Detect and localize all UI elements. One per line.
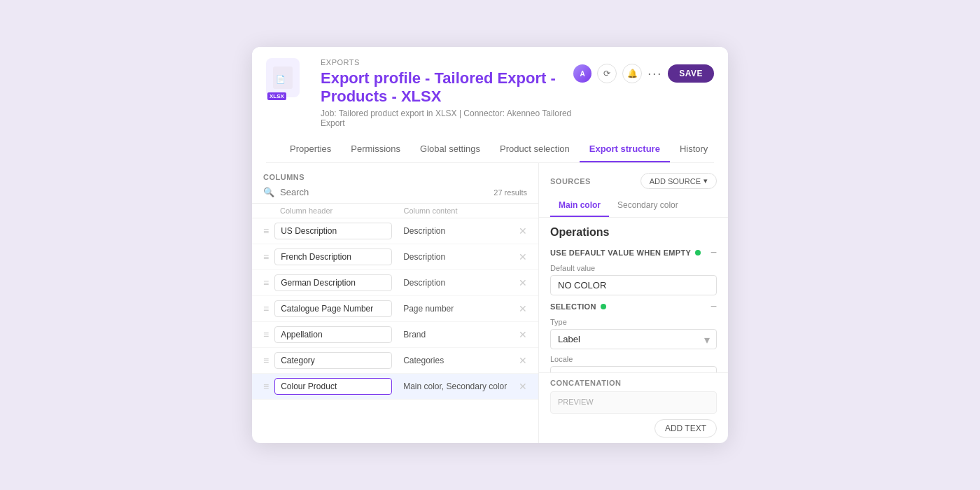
sources-header: SOURCES ADD SOURCE ▾	[539, 163, 728, 195]
col-content: Brand	[398, 330, 513, 340]
more-button[interactable]: ···	[648, 66, 662, 81]
tab-global-settings[interactable]: Global settings	[410, 136, 490, 162]
locale-select-wrapper[interactable]: 🇺🇸 English (United States) ▾	[550, 366, 717, 372]
header-title-section: EXPORTS Export profile - Tailored Export…	[321, 58, 573, 128]
avatar: A	[573, 64, 592, 83]
delete-row-icon[interactable]: ✕	[519, 251, 527, 262]
col-name-input[interactable]	[274, 326, 392, 343]
add-text-button[interactable]: ADD TEXT	[654, 419, 717, 438]
exports-label: EXPORTS	[321, 58, 573, 66]
col-name-input[interactable]	[274, 378, 392, 395]
results-count: 27 results	[493, 188, 527, 197]
col-content: Description	[398, 226, 513, 236]
col-headers: Column header Column content	[252, 203, 538, 218]
drag-handle-icon[interactable]: ≡	[263, 225, 269, 237]
xlsx-badge: XLSX	[267, 92, 286, 100]
table-row: ≡ Page number ✕	[252, 296, 538, 322]
search-input[interactable]	[280, 187, 488, 197]
tab-properties[interactable]: Properties	[280, 136, 341, 162]
drag-handle-icon[interactable]: ≡	[263, 303, 269, 314]
right-panel: SOURCES ADD SOURCE ▾ Main color Secondar…	[539, 163, 728, 443]
active-dot-icon	[695, 250, 701, 255]
tab-history[interactable]: History	[670, 136, 718, 162]
col-name-input[interactable]	[274, 352, 392, 369]
delete-row-icon[interactable]: ✕	[519, 303, 527, 314]
source-tab-secondary-color[interactable]: Secondary color	[609, 195, 687, 217]
save-button[interactable]: SAVE	[668, 64, 714, 83]
locale-label: Locale	[550, 355, 717, 363]
type-select-wrapper: Label Code ▾	[550, 329, 717, 349]
svg-text:📄: 📄	[276, 74, 286, 84]
drag-handle-icon[interactable]: ≡	[263, 251, 269, 262]
use-default-label: USE DEFAULT VALUE WHEN EMPTY	[550, 248, 701, 257]
search-icon: 🔍	[263, 187, 274, 197]
delete-row-icon[interactable]: ✕	[519, 329, 527, 340]
drag-handle-icon[interactable]: ≡	[263, 355, 269, 366]
concatenation-label: CONCATENATION	[550, 373, 717, 391]
tab-export-structure[interactable]: Export structure	[580, 136, 670, 162]
rows-list: ≡ Description ✕ ≡ Description ✕ ≡ Descri…	[252, 218, 538, 443]
col-header-content: Column content	[404, 206, 528, 215]
subtitle: Job: Tailored product export in XLSX | C…	[321, 108, 573, 128]
col-name-input[interactable]	[274, 223, 392, 239]
add-source-button[interactable]: ADD SOURCE ▾	[640, 173, 717, 189]
tabs-nav: Properties Permissions Global settings P…	[266, 136, 714, 163]
columns-header: COLUMNS	[252, 163, 538, 187]
table-row: ≡ Description ✕	[252, 218, 538, 244]
delete-row-icon[interactable]: ✕	[519, 381, 527, 392]
drag-handle-icon[interactable]: ≡	[263, 381, 269, 392]
col-content: Description	[398, 252, 513, 262]
table-row: ≡ Categories ✕	[252, 348, 538, 374]
collapse-selection-button[interactable]: −	[710, 301, 717, 312]
header: 📄 XLSX EXPORTS Export profile - Tailored…	[252, 47, 728, 163]
drag-handle-icon[interactable]: ≡	[263, 277, 269, 288]
type-label: Type	[550, 318, 717, 326]
default-value-input[interactable]	[550, 275, 717, 295]
default-value-label: Default value	[550, 264, 717, 272]
table-row: ≡ Main color, Secondary color ✕	[252, 374, 538, 400]
page-title: Export profile - Tailored Export - Produ…	[321, 69, 573, 106]
sources-label: SOURCES	[550, 177, 591, 186]
xlsx-icon: 📄 XLSX	[266, 58, 311, 103]
preview-label: PREVIEW	[558, 398, 594, 406]
tab-permissions[interactable]: Permissions	[341, 136, 410, 162]
drag-handle-icon[interactable]: ≡	[263, 329, 269, 340]
table-row: ≡ Description ✕	[252, 270, 538, 296]
app-container: 📄 XLSX EXPORTS Export profile - Tailored…	[252, 47, 728, 443]
type-select[interactable]: Label Code	[550, 329, 717, 349]
source-tabs: Main color Secondary color	[539, 195, 728, 218]
col-content: Description	[398, 278, 513, 288]
tab-product-selection[interactable]: Product selection	[490, 136, 580, 162]
collapse-default-button[interactable]: −	[710, 247, 717, 258]
share-icon-btn[interactable]: ⟳	[597, 64, 617, 83]
search-bar: 🔍 27 results	[252, 187, 538, 203]
delete-row-icon[interactable]: ✕	[519, 225, 527, 237]
selection-operation-row: SELECTION −	[550, 301, 717, 312]
col-name-input[interactable]	[274, 248, 392, 265]
columns-panel: COLUMNS 🔍 27 results Column header Colum…	[252, 163, 539, 443]
header-actions: A ⟳ 🔔 ··· SAVE	[573, 64, 714, 83]
bell-icon-btn[interactable]: 🔔	[622, 64, 642, 83]
table-row: ≡ Description ✕	[252, 244, 538, 270]
operations-title: Operations	[550, 226, 717, 239]
col-header-name: Column header	[280, 206, 404, 215]
preview-area: PREVIEW	[550, 391, 717, 414]
col-content: Categories	[398, 356, 513, 365]
chevron-down-icon: ▾	[704, 176, 708, 186]
operations-section: Operations USE DEFAULT VALUE WHEN EMPTY …	[539, 218, 728, 372]
table-row: ≡ Brand ✕	[252, 322, 538, 348]
active-dot-icon	[601, 304, 606, 309]
concatenation-section: CONCATENATION PREVIEW ADD TEXT	[539, 372, 728, 443]
delete-row-icon[interactable]: ✕	[519, 355, 527, 366]
col-content: Main color, Secondary color	[398, 382, 513, 391]
col-name-input[interactable]	[274, 274, 392, 291]
main-content: COLUMNS 🔍 27 results Column header Colum…	[252, 163, 728, 443]
col-content: Page number	[398, 304, 513, 314]
use-default-operation-row: USE DEFAULT VALUE WHEN EMPTY −	[550, 247, 717, 258]
delete-row-icon[interactable]: ✕	[519, 277, 527, 288]
selection-label: SELECTION	[550, 302, 606, 311]
source-tab-main-color[interactable]: Main color	[550, 195, 609, 217]
col-name-input[interactable]	[274, 300, 392, 317]
